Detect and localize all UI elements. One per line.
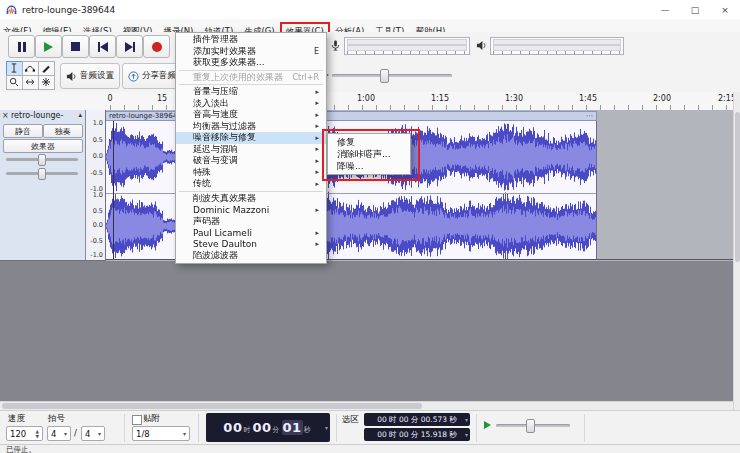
- caret-down-icon: ▾: [98, 430, 101, 437]
- submenu-arrow-icon: ▸: [315, 99, 319, 107]
- playhead-cursor: [113, 121, 114, 259]
- pause-button[interactable]: [8, 35, 35, 58]
- effects-menu-dropdown: 插件管理器 添加实时效果器E 获取更多效果器... 重复上次使用的效果器Ctrl…: [175, 32, 327, 264]
- menu-item-legacy[interactable]: 传统▸: [176, 178, 326, 190]
- zoom-tool-button[interactable]: [6, 75, 23, 90]
- submenu-arrow-icon: ▸: [315, 145, 319, 153]
- menu-item-add-realtime-effects[interactable]: 添加实时效果器E: [176, 46, 326, 58]
- timesig-upper-select[interactable]: 4 ▾: [47, 426, 71, 441]
- timesig-lower-select[interactable]: 4 ▾: [81, 426, 105, 441]
- gain-slider-thumb[interactable]: [38, 154, 46, 166]
- caret-down-icon[interactable]: ▾: [325, 424, 328, 431]
- audacity-logo-icon: [5, 3, 18, 16]
- caret-down-icon[interactable]: ▾: [465, 416, 468, 423]
- record-button[interactable]: [143, 35, 170, 58]
- gain-slider[interactable]: [6, 158, 78, 161]
- maximize-button[interactable]: □: [680, 0, 710, 19]
- pan-slider-thumb[interactable]: [38, 168, 46, 180]
- track-name[interactable]: retro-lounge-: [11, 111, 63, 120]
- selection-tool-button[interactable]: [6, 61, 23, 76]
- solo-button[interactable]: 独奏: [43, 124, 83, 138]
- track-effects-button[interactable]: 效果器: [3, 139, 83, 153]
- track-close-icon[interactable]: ×: [2, 111, 9, 120]
- clip-title: retro-lounge-389644: [109, 112, 182, 120]
- ruler-label: 15: [157, 94, 167, 103]
- ruler-label: 2:00: [653, 94, 671, 103]
- vscroll-thumb[interactable]: [735, 112, 740, 262]
- tools-toolbar: 音频设置 分享音频: [0, 59, 740, 93]
- submenu-item-repair[interactable]: 修复: [328, 136, 410, 148]
- menu-bar: 文件(F) 编辑(E) 选择(S) 视图(V) 播录(N) 轨道(T) 生成(G…: [0, 19, 740, 33]
- selection-start-field[interactable]: 00 时 00 分 00.573 秒 ▾: [364, 413, 470, 426]
- pencil-icon: [41, 63, 51, 73]
- speed-slider-thumb[interactable]: [380, 69, 389, 83]
- play-at-speed-slider[interactable]: [496, 419, 570, 431]
- submenu-arrow-icon: ▸: [315, 134, 319, 142]
- tempo-spinbox[interactable]: 120 ▲▼: [6, 426, 43, 441]
- menu-item-noise-removal-repair[interactable]: 噪音移除与修复▸: [176, 132, 326, 144]
- playback-meter[interactable]: [476, 35, 624, 56]
- timesig-label: 拍号: [48, 413, 65, 425]
- menu-item-volume-compression[interactable]: 音量与压缩▸: [176, 86, 326, 98]
- menu-item-vocoder[interactable]: 声码器: [176, 216, 326, 228]
- share-audio-button[interactable]: 分享音频: [122, 63, 182, 89]
- menu-item-special[interactable]: 特殊▸: [176, 167, 326, 179]
- stop-button[interactable]: [62, 35, 89, 58]
- menu-item-paul-licameli[interactable]: Paul Licameli▸: [176, 227, 326, 239]
- playback-speed-slider[interactable]: [332, 69, 452, 81]
- menu-item-pitch-tempo[interactable]: 音高与速度▸: [176, 109, 326, 121]
- play-icon: [44, 42, 53, 52]
- submenu-item-click-removal[interactable]: 消除咔嗒声...: [328, 148, 410, 160]
- selection-label: 选区: [342, 414, 359, 426]
- play-speed-thumb[interactable]: [526, 419, 535, 433]
- pause-icon: [18, 42, 21, 52]
- minimize-button[interactable]: —: [650, 0, 680, 19]
- recording-meter[interactable]: [330, 35, 470, 56]
- draw-tool-button[interactable]: [38, 61, 55, 76]
- caret-down-icon[interactable]: ▾: [465, 431, 468, 438]
- menu-item-delay-reverb[interactable]: 延迟与混响▸: [176, 144, 326, 156]
- menu-item-steve-daulton[interactable]: Steve Daulton▸: [176, 239, 326, 251]
- hscroll-thumb[interactable]: [2, 403, 422, 409]
- timeshift-tool-button[interactable]: [22, 75, 39, 90]
- track-control-panel: × retro-lounge- ▴ 静音 独奏 效果器: [0, 110, 86, 261]
- timeshift-icon: [25, 77, 35, 87]
- submenu-item-noise-reduction[interactable]: 降噪...: [328, 160, 410, 172]
- vertical-scrollbar[interactable]: [733, 92, 740, 410]
- selection-end-field[interactable]: 00 时 00 分 15.918 秒 ▾: [364, 428, 470, 441]
- ruler-label: 1:00: [357, 94, 375, 103]
- menu-item-clip-fix[interactable]: 削波失真效果器: [176, 193, 326, 205]
- play-button[interactable]: [35, 35, 62, 58]
- snap-rate-select[interactable]: 1/8 ▾: [132, 426, 190, 441]
- play-at-speed-icon[interactable]: [484, 421, 491, 429]
- skip-to-end-button[interactable]: [116, 35, 143, 58]
- spin-down-icon[interactable]: ▼: [36, 434, 39, 439]
- skip-to-start-button[interactable]: [89, 35, 116, 58]
- track-collapse-icon[interactable]: ▴: [78, 111, 82, 119]
- caret-down-icon: ▾: [183, 430, 186, 437]
- submenu-arrow-icon: ▸: [315, 229, 319, 237]
- menu-item-fading[interactable]: 淡入淡出▸: [176, 98, 326, 110]
- multitool-icon: [41, 77, 51, 87]
- audio-setup-button[interactable]: 音频设置: [60, 63, 120, 89]
- menu-item-eq-filters[interactable]: 均衡器与过滤器▸: [176, 121, 326, 133]
- menu-item-plugin-manager[interactable]: 插件管理器: [176, 34, 326, 46]
- stop-icon: [71, 42, 80, 51]
- clip-menu-icon[interactable]: ⋯: [586, 112, 593, 120]
- submenu-arrow-icon: ▸: [315, 88, 319, 96]
- close-button[interactable]: ×: [710, 0, 740, 19]
- snap-checkbox[interactable]: [132, 415, 142, 425]
- menu-item-get-more-effects[interactable]: 获取更多效果器...: [176, 57, 326, 69]
- menu-item-dominic-mazzoni[interactable]: Dominic Mazzoni▸: [176, 204, 326, 216]
- magnifier-icon: [9, 77, 19, 87]
- multi-tool-button[interactable]: [38, 75, 55, 90]
- audio-position-display[interactable]: 00时 00分 01秒 ▾: [206, 413, 330, 442]
- menu-item-distortion-modulation[interactable]: 破音与变调▸: [176, 155, 326, 167]
- timeline-ruler[interactable]: 0 15 30 45 1:00 1:15 1:30 1:45 2:00 2:15: [0, 92, 740, 111]
- envelope-tool-button[interactable]: [22, 61, 39, 76]
- menu-item-notch-filter[interactable]: 陷波滤波器: [176, 250, 326, 262]
- submenu-arrow-icon: ▸: [315, 111, 319, 119]
- mute-button[interactable]: 静音: [3, 124, 43, 138]
- pan-slider[interactable]: [6, 172, 78, 175]
- vertical-scale-ruler[interactable]: 1.0 0.5 0.0 -0.5 -1.0 1.0 0.5 0.0 -0.5 -…: [86, 110, 106, 261]
